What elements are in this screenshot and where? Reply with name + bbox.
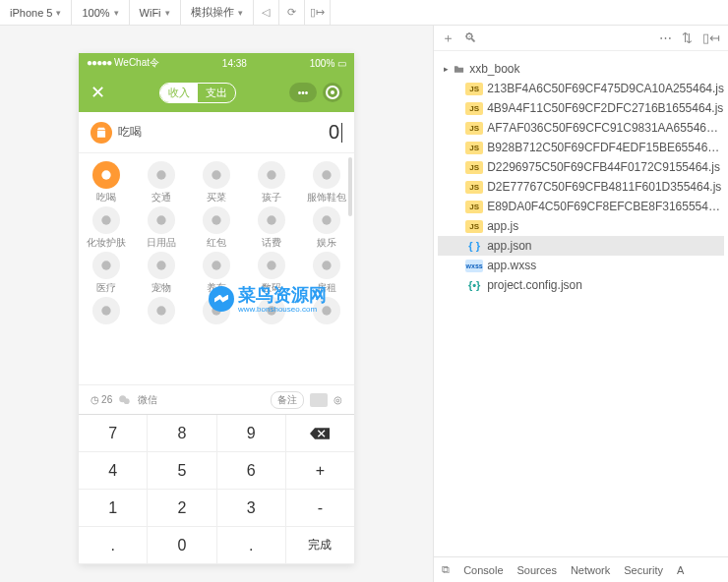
svg-point-10 xyxy=(101,261,110,269)
svg-point-16 xyxy=(156,306,165,315)
category-红包[interactable]: 红包 xyxy=(192,206,241,250)
panel-toggle-icon[interactable]: ⧉ xyxy=(442,563,450,576)
scrollbar[interactable] xyxy=(348,157,352,216)
category-吃喝[interactable]: 吃喝 xyxy=(82,161,131,204)
category-宠物[interactable]: 宠物 xyxy=(137,252,186,295)
zoom-select[interactable]: 100%▾ xyxy=(72,0,129,25)
file-D2296975C50F69CFB44F0172C9155464.js[interactable]: JSD2296975C50F69CFB44F0172C9155464.js xyxy=(438,157,724,177)
svg-point-6 xyxy=(156,215,165,224)
svg-point-3 xyxy=(267,170,275,179)
category-empty[interactable] xyxy=(247,297,296,326)
category-养车[interactable]: 养车 xyxy=(192,252,241,295)
category-数码[interactable]: 数码 xyxy=(247,252,296,295)
category-交通[interactable]: 交通 xyxy=(137,161,186,204)
tab-expense[interactable]: 支出 xyxy=(198,84,235,102)
settings-icon[interactable]: ⇅ xyxy=(682,30,693,45)
target-icon[interactable] xyxy=(323,83,342,102)
file-app.js[interactable]: JSapp.js xyxy=(438,216,724,236)
category-买菜[interactable]: 买菜 xyxy=(192,161,241,204)
key-7[interactable]: 7 xyxy=(79,415,148,452)
category-孩子[interactable]: 孩子 xyxy=(247,161,296,204)
key-.[interactable]: . xyxy=(217,527,286,564)
file-AF7AF036C50F69CFC91C9831AA65546…[interactable]: JSAF7AF036C50F69CFC91C9831AA65546… xyxy=(438,118,724,138)
more-dots-icon[interactable]: ⋯ xyxy=(659,30,672,45)
category-医疗[interactable]: 医疗 xyxy=(82,252,131,295)
svg-point-8 xyxy=(267,215,275,224)
key-5[interactable]: 5 xyxy=(148,452,216,490)
svg-point-4 xyxy=(322,170,331,179)
tab-sources[interactable]: Sources xyxy=(517,564,557,576)
file-app.wxss[interactable]: wxssapp.wxss xyxy=(438,256,724,275)
search-icon[interactable]: 🔍︎ xyxy=(464,30,477,45)
key-3[interactable]: 3 xyxy=(217,490,286,527)
category-化妆护肤[interactable]: 化妆护肤 xyxy=(82,206,131,250)
svg-point-0 xyxy=(101,170,110,179)
svg-point-2 xyxy=(212,170,220,179)
add-icon[interactable]: ＋ xyxy=(442,29,455,47)
file-E89DA0F4C50F69CF8EFCBE8F3165554…[interactable]: JSE89DA0F4C50F69CF8EFCBE8F3165554… xyxy=(438,197,724,216)
key-1[interactable]: 1 xyxy=(79,490,148,527)
svg-point-12 xyxy=(212,261,220,269)
wechat-label: 微信 xyxy=(138,393,157,407)
category-话费[interactable]: 话费 xyxy=(247,206,296,250)
more-icon[interactable]: ••• xyxy=(289,83,317,102)
text-cursor xyxy=(341,123,342,143)
file-D2E77767C50F69CFB4811F601D355464.js[interactable]: JSD2E77767C50F69CFB4811F601D355464.js xyxy=(438,177,724,197)
key-8[interactable]: 8 xyxy=(148,415,216,452)
svg-point-9 xyxy=(322,215,331,224)
tab-security[interactable]: Security xyxy=(624,564,663,576)
key-+[interactable]: + xyxy=(286,452,354,490)
category-empty[interactable] xyxy=(82,297,131,326)
income-expense-toggle[interactable]: 收入 支出 xyxy=(159,83,236,103)
svg-point-18 xyxy=(267,306,275,315)
category-娱乐[interactable]: 娱乐 xyxy=(302,206,351,250)
svg-point-13 xyxy=(267,261,275,269)
category-empty[interactable] xyxy=(192,297,241,326)
key-4[interactable]: 4 xyxy=(79,452,148,490)
svg-point-7 xyxy=(212,215,220,224)
status-bar: ●●●●● WeChat令 14:38 100% ▭ xyxy=(79,53,354,73)
key-2[interactable]: 2 xyxy=(148,490,216,527)
svg-point-15 xyxy=(101,306,110,315)
key--[interactable]: - xyxy=(286,490,354,527)
collapse-icon[interactable]: ▯↤ xyxy=(702,30,720,45)
tab-audits[interactable]: A xyxy=(677,564,684,576)
svg-point-19 xyxy=(322,306,331,315)
key-6[interactable]: 6 xyxy=(217,452,286,490)
key-del[interactable] xyxy=(286,415,354,452)
category-empty[interactable] xyxy=(302,297,351,326)
key-完成[interactable]: 完成 xyxy=(286,527,354,564)
date-picker[interactable]: ◷ 26 xyxy=(91,394,112,405)
eye-icon[interactable]: ▯↦ xyxy=(305,0,331,25)
file-B928B712C50F69CFDF4EDF15BE65546…[interactable]: JSB928B712C50F69CFDF4EDF15BE65546… xyxy=(438,138,724,157)
folder-root[interactable]: ▸ xxb_book xyxy=(438,59,724,79)
close-icon[interactable]: ✕ xyxy=(91,82,105,103)
wechat-icon xyxy=(118,393,132,407)
category-日用品[interactable]: 日用品 xyxy=(137,206,186,250)
remark-button[interactable]: 备注 xyxy=(271,391,304,409)
phone-simulator: ●●●●● WeChat令 14:38 100% ▭ ✕ 收入 支出 ••• 吃… xyxy=(79,53,354,564)
tab-console[interactable]: Console xyxy=(463,564,503,576)
svg-point-11 xyxy=(156,261,165,269)
category-empty[interactable] xyxy=(137,297,186,326)
device-select[interactable]: iPhone 5▾ xyxy=(0,0,72,25)
key-.[interactable]: . xyxy=(79,527,148,564)
back-icon[interactable]: ◁ xyxy=(254,0,279,25)
network-select[interactable]: WiFi▾ xyxy=(130,0,181,25)
tab-income[interactable]: 收入 xyxy=(160,84,198,102)
location-icon[interactable]: ◎ xyxy=(334,394,342,405)
file-project.config.json[interactable]: {•}project.config.json xyxy=(438,275,724,295)
key-0[interactable]: 0 xyxy=(148,527,216,564)
key-9[interactable]: 9 xyxy=(217,415,286,452)
file-app.json[interactable]: { }app.json xyxy=(438,236,724,256)
refresh-icon[interactable]: ⟳ xyxy=(279,0,305,25)
category-badge xyxy=(91,122,112,144)
simulate-select[interactable]: 模拟操作▾ xyxy=(181,0,254,25)
photo-button[interactable] xyxy=(310,393,328,407)
category-房租[interactable]: 房租 xyxy=(302,252,351,295)
svg-point-5 xyxy=(101,215,110,224)
file-4B9A4F11C50F69CF2DFC2716B1655464.js[interactable]: JS4B9A4F11C50F69CF2DFC2716B1655464.js xyxy=(438,98,724,118)
tab-network[interactable]: Network xyxy=(571,564,610,576)
category-服饰鞋包[interactable]: 服饰鞋包 xyxy=(302,161,351,204)
file-213BF4A6C50F69CF475D9CA10A255464.js[interactable]: JS213BF4A6C50F69CF475D9CA10A255464.js xyxy=(438,79,724,98)
